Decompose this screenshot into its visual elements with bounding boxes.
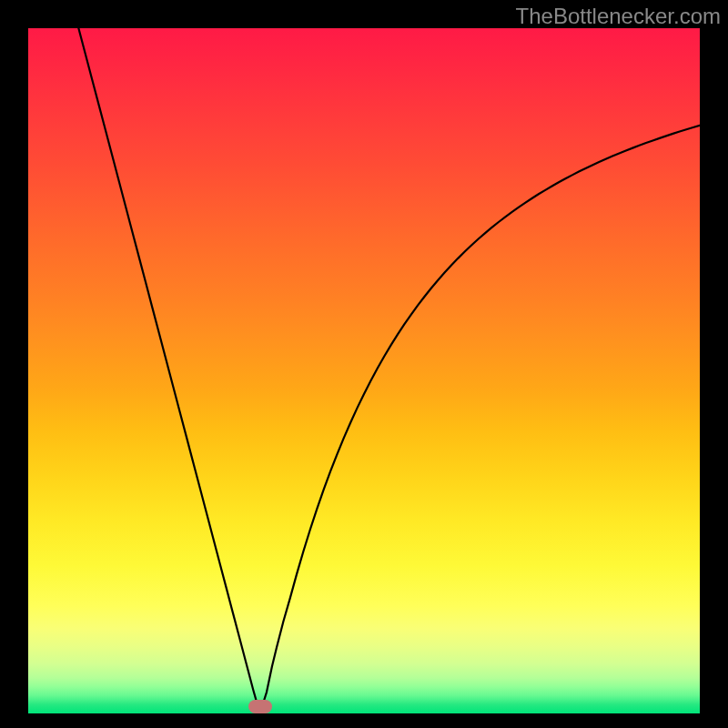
minimum-marker [248,700,272,713]
bottleneck-curve [28,28,700,713]
plot-area [28,28,700,713]
watermark-text: TheBottlenecker.com [516,4,721,29]
chart-canvas: TheBottlenecker.com [0,0,728,728]
